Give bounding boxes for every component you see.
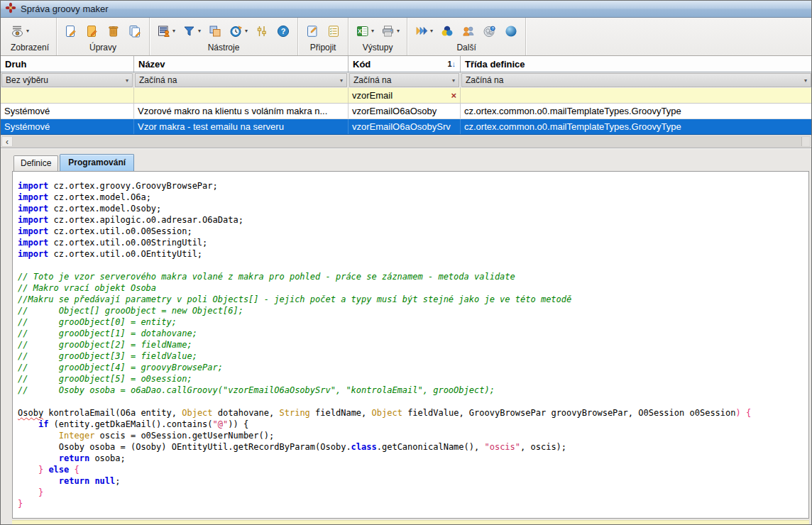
dropdown-caret-icon[interactable]: ▾: [26, 28, 29, 34]
table-row[interactable]: SystémovéVzorové makro na klientu s volá…: [1, 104, 811, 119]
code-content: import cz.ortex.groovy.GroovyBrowsePar;i…: [18, 180, 808, 509]
svg-text:?: ?: [281, 27, 286, 35]
code-segment-b: }: [38, 487, 43, 497]
code-line: // Object[] grooObject = new Object[6];: [18, 305, 808, 316]
toolbar-group-výstupy: X▾▾Výstupy: [349, 18, 407, 55]
history-clock-button[interactable]: ▾: [229, 24, 248, 38]
filter-operator-dropdown[interactable]: Začíná na▾: [135, 73, 347, 87]
code-segment-p: cz.ortex.util.o0.OEntityUtil;: [48, 249, 202, 259]
table-cell: Systémové: [1, 119, 134, 134]
attach-note-button[interactable]: [305, 24, 319, 38]
scrollbar-thumb[interactable]: [13, 137, 802, 146]
code-segment-k: import: [18, 204, 48, 214]
color-balls-icon: [440, 24, 454, 38]
filter-operator-dropdown[interactable]: Začíná na▾: [349, 73, 459, 87]
title-bar[interactable]: Správa groovy maker: [1, 1, 811, 18]
dropdown-caret-icon[interactable]: ▾: [172, 28, 175, 34]
attach-list-button[interactable]: [327, 24, 341, 38]
code-segment-c: //Makru se předávají parametry v poli Ob…: [18, 294, 571, 304]
print-button[interactable]: ▾: [381, 24, 400, 38]
tab-definice[interactable]: Definice: [13, 155, 58, 171]
code-segment-p: cz.ortex.model.Osoby;: [48, 204, 161, 214]
clear-filter-icon[interactable]: ×: [451, 90, 456, 101]
code-segment-t: Object: [182, 408, 212, 418]
grid-filter-operator-row: Bez výběru▾Začíná na▾Začíná na▾Začíná na…: [1, 72, 811, 88]
filter-value-input[interactable]: [134, 88, 349, 103]
code-line: } else {: [18, 464, 808, 475]
code-segment-s: "oscis": [484, 442, 520, 452]
code-segment-k: import: [18, 249, 48, 259]
code-line: import cz.ortex.groovy.GroovyBrowsePar;: [18, 180, 808, 192]
ai-head-button[interactable]: ?: [483, 24, 497, 38]
code-segment-p: cz.ortex.util.o0.O0StringUtil;: [48, 238, 207, 248]
dropdown-caret-icon[interactable]: ▾: [198, 28, 201, 34]
copy-record-button[interactable]: [128, 24, 142, 38]
dropdown-caret-icon[interactable]: ▾: [245, 28, 248, 34]
filter-operator-dropdown[interactable]: Bez výběru▾: [1, 73, 133, 87]
table-cell: cz.ortex.common.o0.mailTemplateTypes.Gro…: [461, 104, 812, 118]
table-row-selected[interactable]: SystémovéVzor makra - test emailu na ser…: [1, 119, 811, 135]
code-segment-c: // grooObject[3] = fieldValue;: [18, 351, 197, 361]
column-header-druh[interactable]: Druh: [1, 56, 134, 72]
tab-bar: DefiniceProgramování: [12, 153, 809, 171]
tab-programov-n-[interactable]: Programování: [60, 154, 134, 171]
code-segment-k: return: [59, 476, 89, 486]
excel-export-button[interactable]: X▾: [356, 24, 374, 38]
filter-operator-cell: Začíná na▾: [349, 72, 461, 88]
filter-operator-dropdown[interactable]: Začíná na▾: [461, 73, 811, 87]
edit-record-button[interactable]: [85, 24, 99, 38]
code-segment-b: ) {: [736, 408, 752, 418]
help-button[interactable]: ?: [276, 24, 290, 38]
help-icon: ?: [276, 24, 290, 38]
grid-horizontal-scrollbar[interactable]: ‹: [1, 135, 811, 148]
filter-button[interactable]: ▾: [182, 24, 201, 38]
view-eye-button[interactable]: ▾: [11, 24, 29, 38]
scrollbar-track[interactable]: [13, 136, 811, 147]
sort-indicator: 1↓: [447, 60, 456, 68]
users-button[interactable]: [461, 24, 476, 38]
table-cell: Vzor makra - test emailu na serveru: [134, 119, 349, 134]
column-header-label: Kód: [353, 59, 371, 70]
filter-value-input[interactable]: [1, 88, 134, 103]
toolbar-group-label: Úpravy: [64, 42, 142, 54]
dropdown-caret-icon[interactable]: ▾: [371, 28, 374, 34]
column-header-t-da-definice[interactable]: Třída definice: [461, 56, 812, 72]
code-segment-k: else: [48, 465, 69, 475]
scroll-left-button[interactable]: ‹: [1, 136, 13, 147]
sphere-button[interactable]: [504, 24, 518, 38]
color-balls-button[interactable]: [440, 24, 454, 38]
code-segment-t: String: [279, 408, 309, 418]
filter-value-input[interactable]: [461, 88, 812, 103]
window-title: Správa groovy maker: [21, 4, 109, 14]
dropdown-caret-icon[interactable]: ▾: [397, 28, 400, 34]
svg-text:?: ?: [492, 26, 494, 31]
code-segment-p: [18, 453, 59, 463]
attach-list-icon: [327, 24, 341, 38]
filter-value-input[interactable]: vzorEmail×: [349, 88, 461, 103]
toolbar-group-icons: ▾?: [415, 21, 518, 42]
chevron-down-icon: ▾: [340, 77, 343, 84]
code-editor[interactable]: import cz.ortex.groovy.GroovyBrowsePar;i…: [12, 171, 809, 519]
code-line: // grooObject[4] = groovyBrowsePar;: [18, 362, 808, 373]
sliders-button[interactable]: [255, 24, 269, 38]
toolbar-group-icons: X▾▾: [356, 21, 400, 42]
code-segment-t: Integer: [59, 431, 95, 441]
code-segment-c: // Toto je vzor serverového makra volané…: [18, 272, 515, 282]
toolbar-group-icons: [305, 21, 341, 42]
toolbar-group-další: ▾?Další: [407, 18, 526, 55]
code-line: import cz.ortex.model.O6a;: [18, 192, 808, 203]
column-header-k-d[interactable]: Kód1↓: [349, 56, 461, 72]
delete-record-button[interactable]: [106, 24, 121, 38]
code-line: // Toto je vzor serverového makra volané…: [18, 271, 808, 282]
code-segment-k: import: [18, 238, 48, 248]
browse-settings-button[interactable]: ▾: [157, 24, 175, 38]
column-header-n-zev[interactable]: Název: [134, 56, 349, 72]
new-record-button[interactable]: [64, 24, 78, 38]
app-window: Správa groovy maker ▾ZobrazeníÚpravy▾▾▾?…: [0, 0, 812, 525]
window-overlap-button[interactable]: [208, 24, 222, 38]
code-line: }: [18, 498, 808, 509]
table-cell: Vzorové makro na klientu s voláním makra…: [134, 104, 349, 118]
dropdown-caret-icon[interactable]: ▾: [430, 28, 433, 34]
code-segment-c: // grooObject[1] = dotahovane;: [18, 328, 197, 338]
more-chevrons-button[interactable]: ▾: [415, 24, 433, 38]
